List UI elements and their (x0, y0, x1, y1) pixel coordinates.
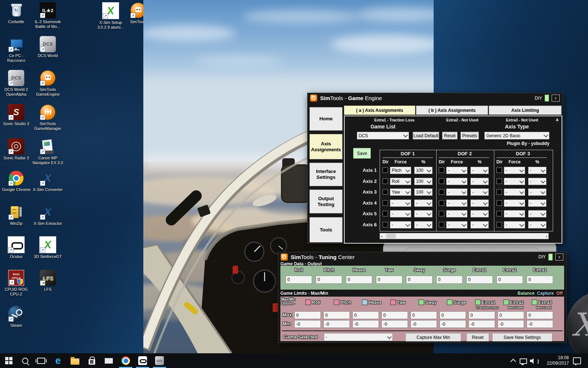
desktop-icon-ce-pc[interactable]: Ce PC - Raccourci (0, 36, 32, 63)
desktop-icon-dcs-world[interactable]: DCS DCS World (32, 36, 64, 58)
desktop-icon-oculus[interactable]: Oculus (0, 236, 32, 259)
start-button[interactable] (1, 353, 17, 368)
horizontal-scrollbar[interactable]: ‹ › (380, 233, 549, 239)
percent-select[interactable]: - (528, 210, 546, 217)
dir-checkbox[interactable] (496, 189, 502, 195)
force-select[interactable]: - (446, 167, 467, 174)
force-select[interactable]: - (504, 210, 525, 217)
min-field[interactable]: -0 (440, 320, 466, 328)
chrome-taskbar-button[interactable] (118, 353, 134, 368)
save-new-settings-button[interactable]: Save New Settings (492, 333, 552, 342)
percent-select[interactable]: - (470, 188, 489, 196)
min-field[interactable]: -0 (381, 320, 408, 328)
percent-select[interactable]: - (470, 199, 489, 207)
limit-checkbox-roll[interactable]: Roll (305, 300, 320, 305)
scroll-right-arrow[interactable]: › (546, 234, 547, 238)
force-select[interactable]: - (446, 199, 467, 207)
limit-checkbox-pitch[interactable]: Pitch (334, 300, 351, 305)
sidebar-item-output-testing[interactable]: Output Testing (309, 190, 343, 213)
percent-select[interactable]: - (528, 178, 546, 185)
max-field[interactable]: 0 (498, 311, 524, 319)
desktop-icon-winzip[interactable]: WinZip (0, 204, 32, 226)
action-center-button[interactable] (570, 353, 584, 368)
desktop-icon-xsim-extractor[interactable]: X X-Sim Extractor (32, 204, 64, 226)
max-field[interactable]: 0 (323, 311, 350, 319)
mail-taskbar-button[interactable] (101, 353, 117, 368)
dir-checkbox[interactable] (383, 189, 388, 195)
desktop-icon-canon-mp[interactable]: Canon MP Navigator EX 3.0 (32, 138, 64, 165)
percent-select[interactable]: - (528, 188, 546, 196)
desktop-icon-lfs[interactable]: LFS LFS (32, 270, 64, 292)
network-tray-icon[interactable] (518, 353, 528, 368)
store-taskbar-button[interactable] (84, 353, 100, 368)
output-value-field[interactable]: 0 (406, 276, 433, 284)
desktop-icon-3d-simforcegt[interactable]: X 3D SimforceGT (32, 236, 64, 259)
dir-checkbox[interactable] (439, 222, 444, 227)
dir-checkbox[interactable] (439, 189, 444, 195)
percent-select[interactable]: - (528, 199, 546, 207)
min-field[interactable]: -0 (294, 320, 321, 328)
sidebar-item-interface-settings[interactable]: Interface Settings (309, 163, 343, 186)
file-explorer-taskbar-button[interactable] (67, 353, 83, 368)
output-value-field[interactable]: 0 (376, 276, 402, 284)
force-select[interactable]: - (446, 210, 467, 217)
desktop-icon-sonic-studio-3[interactable]: S Sonic Studio 3 (0, 104, 32, 126)
dir-checkbox[interactable] (383, 211, 388, 216)
game-engine-titlebar[interactable]: SimTools - Game Engine DIY x (308, 93, 563, 103)
tab-axis-assignments-a[interactable]: ( a ) Axis Assignments (344, 106, 415, 115)
sidebar-item-axis-assignments[interactable]: Axis Assignments (309, 134, 343, 159)
limit-checkbox-extra2[interactable]: Extra2 (503, 300, 524, 305)
desktop-icon-google-chrome[interactable]: Google Chrome (0, 170, 32, 192)
percent-select[interactable]: 100 (414, 178, 433, 185)
dir-checkbox[interactable] (439, 178, 444, 184)
save-button[interactable]: Save (353, 148, 371, 159)
axis-type-select[interactable]: Generic 2D Basic (484, 132, 549, 139)
dir-checkbox[interactable] (496, 222, 502, 227)
force-select[interactable]: Roll (390, 178, 411, 185)
output-value-field[interactable]: 0 (316, 276, 342, 284)
max-field[interactable]: 0 (469, 311, 495, 319)
percent-select[interactable]: 100 (414, 167, 433, 174)
percent-select[interactable]: - (470, 221, 489, 229)
search-button[interactable] (17, 353, 33, 368)
tray-overflow-button[interactable] (508, 353, 518, 368)
presets-button[interactable]: Presets (460, 132, 479, 139)
dir-checkbox[interactable] (496, 167, 502, 173)
scroll-left-arrow[interactable]: ‹ (381, 234, 383, 238)
clock[interactable]: 18:08 22/09/2017 (537, 353, 569, 368)
percent-select[interactable]: - (414, 210, 433, 217)
force-select[interactable]: Yaw (390, 188, 411, 196)
dir-checkbox[interactable] (383, 222, 388, 227)
dir-checkbox[interactable] (496, 200, 502, 206)
percent-select[interactable]: 100 (414, 188, 433, 196)
limit-checkbox-extra1[interactable]: Extra1 (475, 300, 495, 305)
desktop-icon-xsim-converter[interactable]: X X-Sim Converter (32, 170, 64, 192)
game-selected-select[interactable]: - (324, 333, 393, 341)
sidebar-item-tools[interactable]: Tools (309, 217, 343, 243)
reset-button[interactable]: Reset (466, 333, 489, 342)
percent-select[interactable]: - (470, 178, 489, 185)
task-view-button[interactable] (33, 353, 49, 368)
dir-checkbox[interactable] (383, 178, 388, 184)
force-select[interactable]: - (446, 178, 467, 185)
max-field[interactable]: 0 (410, 311, 437, 319)
force-select[interactable]: - (446, 188, 467, 196)
limit-checkbox-surge[interactable]: Surge (447, 300, 466, 305)
desktop-icon-cpuz[interactable]: ROGCPU-Z CPUID ROG CPU-Z (0, 270, 32, 297)
force-select[interactable]: - (390, 199, 411, 207)
dir-checkbox[interactable] (496, 211, 502, 216)
output-value-field[interactable]: 0 (466, 276, 493, 284)
max-field[interactable]: 0 (527, 311, 553, 319)
dir-checkbox[interactable] (439, 200, 444, 206)
min-field[interactable]: -0 (410, 320, 437, 328)
min-field[interactable]: -0 (323, 320, 350, 328)
dir-checkbox[interactable] (383, 200, 388, 206)
force-select[interactable]: - (390, 210, 411, 217)
force-select[interactable]: - (504, 199, 525, 207)
dir-checkbox[interactable] (439, 167, 444, 173)
limit-checkbox-sway[interactable]: Sway (419, 300, 437, 305)
max-field[interactable]: 0 (440, 311, 466, 319)
force-select[interactable]: - (390, 221, 411, 229)
force-select[interactable]: - (504, 221, 525, 229)
tab-axis-limiting[interactable]: Axis Limiting (489, 106, 562, 115)
